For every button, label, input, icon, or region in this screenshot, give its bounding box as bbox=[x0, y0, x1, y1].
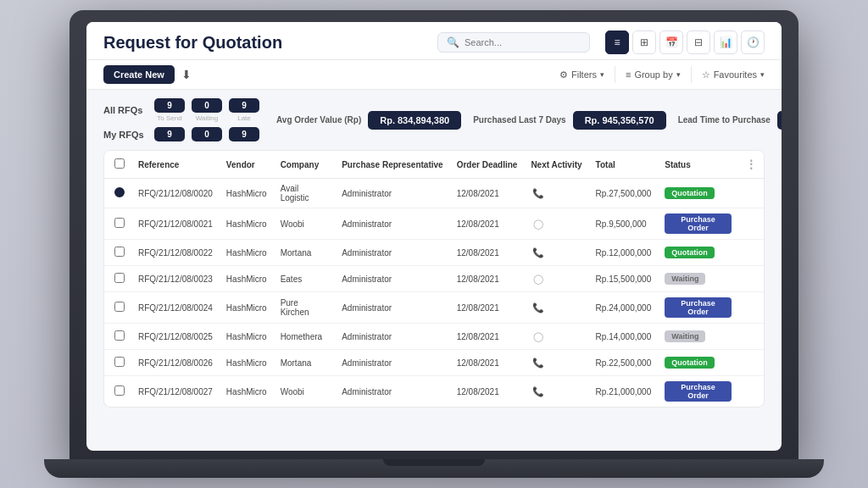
row-deadline: 12/08/2021 bbox=[450, 240, 525, 266]
search-icon: 🔍 bbox=[447, 36, 459, 48]
group-by-label: Group by bbox=[634, 69, 672, 80]
my-to-send-card[interactable]: 9 bbox=[154, 127, 185, 141]
row-rep: Administrator bbox=[335, 266, 450, 292]
row-activity[interactable]: 📞 bbox=[524, 350, 588, 376]
table-row[interactable]: RFQ/21/12/08/0027HashMicroWoobiAdministr… bbox=[104, 376, 764, 408]
favourites-button[interactable]: ☆ Favourites ▾ bbox=[702, 69, 765, 80]
row-deadline: 12/08/2021 bbox=[450, 324, 525, 350]
row-vendor: HashMicro bbox=[220, 179, 274, 208]
row-select-cell[interactable] bbox=[104, 240, 131, 266]
all-late-label: Late bbox=[237, 114, 251, 122]
grid-view-button[interactable]: ⊞ bbox=[632, 30, 656, 54]
view-icons: ≡ ⊞ 📅 ⊟ 📊 🕐 bbox=[605, 30, 765, 54]
list-view-button[interactable]: ≡ bbox=[605, 30, 629, 54]
stats-area: All RFQs 9 To Send 0 Waiting 9 bbox=[86, 90, 782, 150]
table-row[interactable]: RFQ/21/12/08/0022HashMicroMortanaAdminis… bbox=[104, 240, 764, 266]
table-row[interactable]: RFQ/21/12/08/0020HashMicroAvail Logistic… bbox=[104, 179, 764, 208]
download-button[interactable]: ⬇ bbox=[181, 68, 192, 81]
row-activity[interactable]: 📞 bbox=[524, 376, 588, 408]
row-activity[interactable]: 📞 bbox=[524, 292, 588, 324]
status-badge: Waiting bbox=[665, 273, 705, 285]
table-row[interactable]: RFQ/21/12/08/0023HashMicroEatesAdministr… bbox=[104, 266, 764, 292]
col-vendor[interactable]: Vendor bbox=[220, 151, 274, 179]
select-all-checkbox[interactable] bbox=[114, 158, 125, 169]
table-row[interactable]: RFQ/21/12/08/0026HashMicroMortanaAdminis… bbox=[104, 350, 764, 376]
col-deadline[interactable]: Order Deadline bbox=[450, 151, 525, 179]
calendar-view-button[interactable]: 📅 bbox=[659, 30, 683, 54]
row-select-cell[interactable] bbox=[104, 179, 131, 208]
create-new-button[interactable]: Create New bbox=[103, 65, 175, 84]
activity-icon: ◯ bbox=[531, 271, 546, 286]
row-rep: Administrator bbox=[335, 376, 450, 408]
row-rep: Administrator bbox=[335, 324, 450, 350]
row-total: Rp.14,000,000 bbox=[589, 324, 659, 350]
my-late-value: 9 bbox=[229, 127, 259, 141]
kpi-area: Avg Order Value (Rp) Rp. 834,894,380 Pur… bbox=[276, 98, 782, 141]
row-vendor: HashMicro bbox=[220, 208, 274, 240]
row-checkbox[interactable] bbox=[114, 218, 125, 228]
search-box[interactable]: 🔍 bbox=[437, 32, 590, 53]
row-select-cell[interactable] bbox=[104, 208, 131, 240]
divider-2 bbox=[691, 66, 692, 83]
table-row[interactable]: RFQ/21/12/08/0021HashMicroWoobiAdministr… bbox=[104, 208, 764, 240]
avg-order-kpi: Avg Order Value (Rp) Rp. 834,894,380 bbox=[276, 111, 461, 130]
row-activity[interactable]: 📞 bbox=[524, 240, 588, 266]
col-company[interactable]: Company bbox=[274, 151, 336, 179]
status-badge: Quotation bbox=[665, 357, 715, 369]
table-area: Reference Vendor Company Purchase Repres… bbox=[86, 150, 782, 451]
row-activity[interactable]: ◯ bbox=[524, 324, 588, 350]
all-late-card[interactable]: 9 Late bbox=[229, 98, 259, 122]
my-late-card[interactable]: 9 bbox=[229, 127, 259, 141]
row-checkbox[interactable] bbox=[114, 357, 125, 367]
col-reference[interactable]: Reference bbox=[131, 151, 220, 179]
row-more bbox=[738, 350, 764, 376]
app-screen: Request for Quotation 🔍 ≡ ⊞ 📅 ⊟ 📊 bbox=[86, 22, 782, 451]
row-ref: RFQ/21/12/08/0024 bbox=[131, 292, 220, 324]
row-checkbox[interactable] bbox=[114, 330, 125, 341]
col-activity[interactable]: Next Activity bbox=[524, 151, 588, 179]
laptop-shell: Request for Quotation 🔍 ≡ ⊞ 📅 ⊟ 📊 bbox=[70, 10, 798, 459]
table-wrapper: Reference Vendor Company Purchase Repres… bbox=[103, 150, 765, 408]
group-icon: ≡ bbox=[626, 69, 631, 80]
my-waiting-card[interactable]: 0 bbox=[192, 127, 222, 141]
my-rfqs-label: My RFQs bbox=[103, 130, 147, 140]
group-by-button[interactable]: ≡ Group by ▾ bbox=[626, 69, 681, 80]
row-deadline: 12/08/2021 bbox=[450, 266, 525, 292]
activity-icon: 📞 bbox=[531, 355, 546, 370]
star-icon: ☆ bbox=[702, 69, 710, 80]
clock-view-button[interactable]: 🕐 bbox=[741, 30, 765, 54]
row-checkbox[interactable] bbox=[114, 302, 125, 312]
col-status[interactable]: Status bbox=[658, 151, 738, 179]
row-select-cell[interactable] bbox=[104, 324, 131, 350]
row-activity[interactable]: 📞 bbox=[524, 179, 588, 208]
chart-view-button[interactable]: 📊 bbox=[714, 30, 737, 54]
row-vendor: HashMicro bbox=[220, 292, 274, 324]
row-select-cell[interactable] bbox=[104, 376, 131, 408]
row-select-cell[interactable] bbox=[104, 292, 131, 324]
col-total[interactable]: Total bbox=[589, 151, 659, 179]
row-checkbox[interactable] bbox=[114, 273, 125, 283]
search-input[interactable] bbox=[465, 37, 581, 47]
row-deadline: 12/08/2021 bbox=[450, 208, 525, 240]
row-checkbox[interactable] bbox=[114, 385, 125, 396]
col-rep[interactable]: Purchase Representative bbox=[335, 151, 450, 179]
row-select-cell[interactable] bbox=[104, 266, 131, 292]
all-waiting-card[interactable]: 0 Waiting bbox=[192, 98, 222, 122]
row-activity[interactable]: ◯ bbox=[524, 266, 588, 292]
select-all-header[interactable] bbox=[104, 151, 131, 179]
activity-icon: ◯ bbox=[531, 329, 546, 344]
all-to-send-card[interactable]: 9 To Send bbox=[154, 98, 185, 122]
more-options-icon[interactable]: ⋮ bbox=[745, 158, 757, 171]
row-checkbox[interactable] bbox=[114, 247, 125, 257]
row-select-cell[interactable] bbox=[104, 350, 131, 376]
all-rfqs-label: All RFQs bbox=[103, 105, 147, 115]
filters-button[interactable]: ⚙ Filters ▾ bbox=[559, 69, 604, 80]
row-activity[interactable]: ◯ bbox=[524, 208, 588, 240]
row-vendor: HashMicro bbox=[220, 324, 274, 350]
table-view-button[interactable]: ⊟ bbox=[687, 30, 710, 54]
status-badge: Purchase Order bbox=[665, 381, 732, 402]
table-row[interactable]: RFQ/21/12/08/0025HashMicroHometheraAdmin… bbox=[104, 324, 764, 350]
rfq-table: Reference Vendor Company Purchase Repres… bbox=[104, 151, 764, 407]
table-row[interactable]: RFQ/21/12/08/0024HashMicroPure KirchenAd… bbox=[104, 292, 764, 324]
lead-time-kpi: Lead Time to Purchase 0 Days bbox=[678, 111, 782, 130]
